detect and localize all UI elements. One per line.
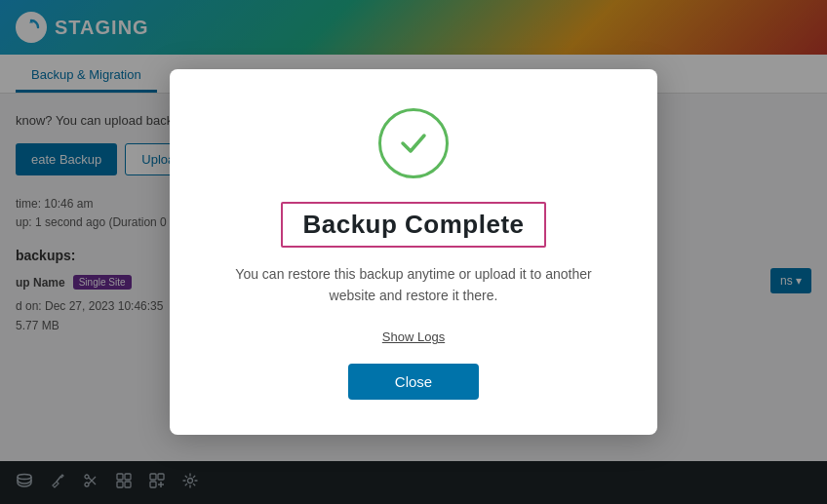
- show-logs-button[interactable]: Show Logs: [382, 330, 445, 344]
- modal-dialog: Backup Complete You can restore this bac…: [170, 69, 657, 436]
- modal-description: You can restore this backup anytime or u…: [228, 263, 599, 307]
- success-check-circle: [378, 108, 449, 178]
- modal-title: Backup Complete: [281, 202, 545, 248]
- close-button[interactable]: Close: [348, 364, 479, 400]
- modal-overlay: Backup Complete You can restore this bac…: [0, 0, 827, 504]
